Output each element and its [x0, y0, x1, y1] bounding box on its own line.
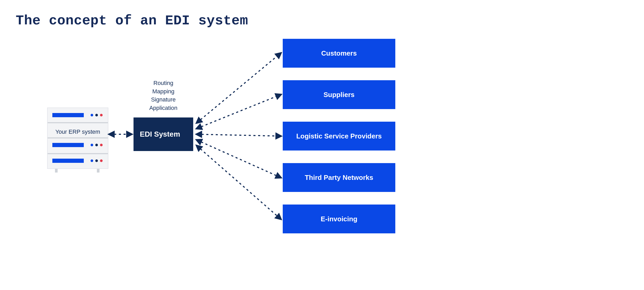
server-status-dots: [91, 144, 103, 146]
edi-anno-item: Routing: [134, 79, 193, 87]
server-status-dots: [91, 159, 103, 162]
diagram: Your ERP system Routing Mapping Signatur…: [0, 0, 644, 290]
partner-label: Suppliers: [324, 91, 354, 99]
partner-label: Third Party Networks: [305, 174, 373, 182]
connector-edi-customers: [197, 53, 281, 123]
partner-label: Customers: [321, 49, 357, 57]
edi-anno-item: Signature: [134, 96, 193, 104]
connector-edi-logistics: [197, 134, 281, 136]
server-status-dots: [91, 114, 103, 116]
edi-anno-item: Application: [134, 104, 193, 112]
connector-edi-suppliers: [197, 95, 281, 128]
erp-label: Your ERP system: [48, 128, 108, 135]
connector-edi-einvoicing: [197, 146, 281, 219]
erp-divider: [48, 122, 108, 123]
partner-box-logistics: Logistic Service Providers: [283, 122, 395, 151]
server-indicator-bar: [52, 143, 84, 147]
erp-divider: [48, 153, 108, 154]
partner-box-einvoicing: E-invoicing: [283, 205, 395, 233]
connector-edi-third-party: [197, 140, 281, 178]
partner-box-customers: Customers: [283, 39, 395, 68]
erp-divider: [48, 137, 108, 138]
partner-label: E-invoicing: [321, 215, 357, 223]
partner-box-third-party: Third Party Networks: [283, 163, 395, 192]
erp-server: Your ERP system: [47, 108, 107, 168]
partner-box-suppliers: Suppliers: [283, 80, 395, 109]
edi-anno-item: Mapping: [134, 88, 193, 95]
server-indicator-bar: [52, 159, 84, 163]
edi-system-box: EDI System: [134, 117, 193, 151]
erp-body: Your ERP system: [47, 108, 108, 169]
partner-label: Logistic Service Providers: [296, 132, 382, 140]
edi-annotations: Routing Mapping Signature Application: [134, 79, 193, 112]
server-indicator-bar: [52, 113, 84, 117]
edi-label: EDI System: [140, 130, 180, 138]
